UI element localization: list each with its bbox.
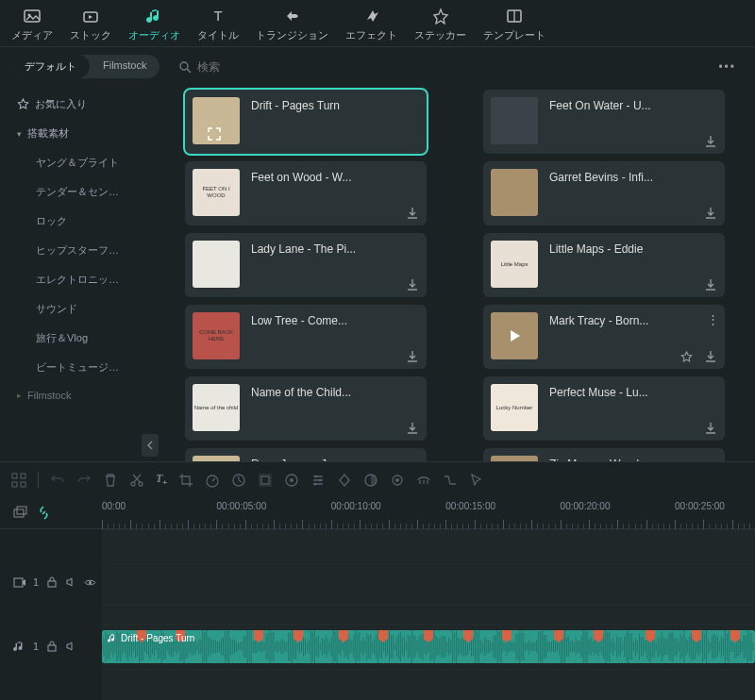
sidebar-sub[interactable]: エレクトロニッ… [4, 265, 164, 294]
beat-marker[interactable] [463, 630, 473, 639]
tool-delete[interactable] [103, 473, 118, 488]
tool-cut[interactable] [129, 473, 144, 488]
download-icon[interactable] [406, 278, 419, 292]
audio-card[interactable]: Drift - Pages Turn [185, 90, 427, 154]
nav-media[interactable]: メディア [11, 8, 53, 42]
link-icon[interactable] [37, 506, 51, 520]
audio-card[interactable]: Name of the childName of the Child... [185, 376, 427, 441]
tool-cursor[interactable] [469, 473, 484, 488]
audio-card[interactable]: Lady Lane - The Pi... [185, 233, 427, 297]
video-track-head: 1 [0, 576, 102, 589]
sidebar-builtin[interactable]: ▾ 搭載素材 [4, 119, 164, 148]
audio-card[interactable]: FEET ON I WOODFeet on Wood - W... [185, 161, 427, 225]
beat-marker[interactable] [424, 630, 433, 639]
nav-title[interactable]: T タイトル [197, 8, 239, 42]
tool-adjust[interactable] [310, 473, 326, 488]
download-icon[interactable] [704, 422, 717, 435]
sidebar-sub[interactable]: サウンド [4, 294, 164, 324]
audio-card[interactable]: Lucky NumberPerfect Muse - Lu... [483, 376, 725, 441]
svg-line-7 [187, 69, 191, 73]
time-ruler[interactable]: 00:0000:00:05:0000:00:10:0000:00:15:0000… [102, 497, 755, 529]
sidebar-sub[interactable]: 旅行＆Vlog [4, 324, 164, 353]
nav-label: ストック [70, 28, 111, 42]
nav-audio[interactable]: オーディオ [128, 8, 180, 42]
tool-g3[interactable] [443, 473, 458, 488]
lock-icon[interactable] [46, 641, 58, 652]
audio-card[interactable]: Garret Bevins - Infi... [483, 161, 725, 225]
mute-icon[interactable] [65, 641, 76, 652]
tool-grid[interactable] [11, 473, 26, 488]
tool-undo[interactable] [50, 473, 65, 488]
download-icon[interactable] [704, 207, 717, 220]
audio-track-body[interactable]: Drift - Pages Turn [102, 624, 755, 669]
tab-filmstock[interactable]: Filmstock [90, 55, 159, 78]
expand-icon[interactable] [208, 127, 221, 141]
card-title: Perfect Muse - Lu... [549, 384, 648, 399]
audio-card[interactable]: COME BACK HERELow Tree - Come... [185, 305, 427, 369]
layers-icon[interactable] [13, 506, 27, 520]
beat-marker[interactable] [594, 630, 603, 639]
tool-crop2[interactable] [258, 473, 273, 488]
nav-effect[interactable]: エフェクト [345, 8, 397, 42]
tool-keyframe[interactable] [337, 473, 352, 488]
beat-marker[interactable] [646, 630, 655, 639]
sidebar-sub[interactable]: ビートミュージ… [4, 353, 164, 382]
download-icon[interactable] [406, 422, 419, 435]
beat-marker[interactable] [294, 630, 303, 639]
tool-crop[interactable] [178, 473, 193, 488]
sidebar-favorites[interactable]: お気に入り [4, 90, 164, 119]
sidebar-collapse-button[interactable] [142, 434, 159, 457]
search-box[interactable] [178, 60, 701, 74]
audio-card[interactable]: JapanikaRyan Jones - Japa... [185, 448, 427, 461]
favorite-icon[interactable] [680, 351, 693, 363]
beat-marker[interactable] [692, 630, 701, 639]
beat-marker[interactable] [378, 630, 388, 639]
card-title: Ryan Jones - Japa... [251, 456, 355, 461]
more-menu[interactable]: ••• [711, 57, 744, 77]
svg-rect-8 [12, 474, 17, 478]
beat-marker[interactable] [339, 630, 348, 639]
beat-marker[interactable] [254, 630, 263, 639]
nav-sticker[interactable]: ステッカー [414, 8, 466, 42]
download-icon[interactable] [704, 350, 717, 363]
nav-transition[interactable]: トランジション [256, 8, 328, 42]
eye-icon[interactable] [84, 576, 96, 589]
audio-card[interactable]: Ziv Moran - Wood... [483, 448, 725, 461]
download-icon[interactable] [704, 135, 717, 148]
card-menu[interactable]: ⋮ [707, 312, 719, 326]
download-icon[interactable] [704, 278, 717, 292]
sidebar-sub[interactable]: ヒップスターフ… [4, 236, 164, 265]
tool-duration[interactable] [231, 473, 246, 488]
tool-text[interactable]: T+ [156, 472, 167, 487]
sidebar-sub[interactable]: テンダー＆セン… [4, 177, 164, 207]
mute-icon[interactable] [65, 576, 76, 588]
tool-g1[interactable] [390, 473, 405, 488]
tool-speed[interactable] [205, 473, 220, 488]
download-icon[interactable] [406, 207, 419, 220]
beat-marker[interactable] [554, 630, 563, 639]
sidebar-filmstock[interactable]: ▸ Filmstock [4, 382, 164, 408]
video-track-body[interactable] [102, 559, 755, 605]
sidebar-sub[interactable]: ロック [4, 207, 164, 236]
tab-default[interactable]: デフォルト [11, 55, 90, 78]
tool-color[interactable] [284, 473, 299, 488]
audio-card[interactable]: Feet On Water - U... [483, 90, 725, 154]
audio-card[interactable]: Mark Tracy - Born...⋮ [483, 305, 725, 369]
lock-icon[interactable] [46, 576, 58, 588]
sidebar-item-label: エレクトロニッ… [36, 273, 119, 287]
audio-card[interactable]: Little MapsLittle Maps - Eddie [483, 233, 725, 297]
nav-stock[interactable]: ストック [70, 8, 111, 42]
tool-mask[interactable] [363, 473, 378, 488]
sidebar-sub[interactable]: ヤング＆ブライト [4, 148, 164, 177]
card-title: Name of the Child... [251, 384, 351, 399]
nav-template[interactable]: テンプレート [483, 8, 545, 42]
tool-g2[interactable] [416, 473, 431, 488]
template-icon [505, 8, 524, 25]
card-title: Mark Tracy - Born... [549, 312, 648, 327]
tool-redo[interactable] [76, 473, 92, 488]
download-icon[interactable] [406, 350, 419, 363]
search-input[interactable] [197, 60, 339, 74]
beat-marker[interactable] [502, 630, 512, 639]
beat-marker[interactable] [730, 630, 740, 639]
audio-clip[interactable]: Drift - Pages Turn [102, 630, 755, 663]
